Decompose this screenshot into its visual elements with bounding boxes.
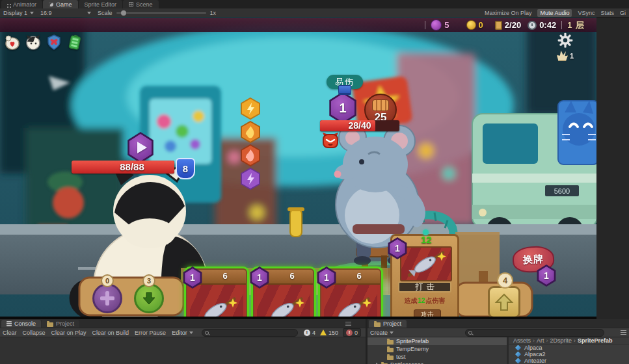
draw-pile-button[interactable] xyxy=(488,286,520,317)
editor-empty-area xyxy=(596,18,629,319)
gizmos-button[interactable]: Gizmos xyxy=(620,10,626,16)
console-tab-row: Console Project xyxy=(0,319,366,328)
asset-item-anteater[interactable]: Anteater xyxy=(509,358,629,364)
selected-card-type: 攻击 xyxy=(414,309,441,317)
cat-charm-icon[interactable] xyxy=(25,34,42,51)
clear-on-build-button[interactable]: Clear on Build xyxy=(92,330,129,336)
chevron-down-icon xyxy=(87,12,91,14)
mute-audio-button[interactable]: Mute Audio xyxy=(537,9,572,17)
options-icon[interactable] xyxy=(621,330,626,335)
breadcrumb-art[interactable]: Art xyxy=(533,337,544,344)
folder-icon xyxy=(387,348,394,352)
claw-count: 1 xyxy=(570,52,574,60)
shield-charm-icon[interactable] xyxy=(46,34,62,51)
prefab-icon xyxy=(515,345,521,351)
maximize-on-play-button[interactable]: Maximize On Play xyxy=(485,10,532,16)
vsync-button[interactable]: VSync xyxy=(578,10,595,16)
collapse-button[interactable]: Collapse xyxy=(23,330,46,336)
settings-gear-button[interactable] xyxy=(557,32,574,49)
player-block-badge: 8 xyxy=(176,158,195,179)
folder-icon xyxy=(387,340,394,344)
discard-pile-button[interactable] xyxy=(134,283,164,313)
game-viewport: 5600 xyxy=(0,18,596,317)
bottom-panels: Console Project Clear Collapse Clear on … xyxy=(0,319,629,364)
pane-menu-icon[interactable] xyxy=(345,322,351,326)
error-pause-button[interactable]: Error Pause xyxy=(135,330,166,336)
game-view-toolbar: Display 1 16:9 Scale 1x Maximize On Play… xyxy=(0,8,629,18)
hand-card-2[interactable]: 6 1 xyxy=(253,268,314,317)
tab-sprite-editor-label: Sprite Editor xyxy=(85,1,117,8)
deck-icon xyxy=(495,21,502,30)
tree-item-tempenemy[interactable]: TempEnemy xyxy=(368,345,507,353)
info-icon xyxy=(304,330,310,336)
tab-project-label: Project xyxy=(383,320,401,327)
chevron-down-icon xyxy=(30,12,34,14)
chevron-down-icon xyxy=(390,332,394,334)
tab-project[interactable]: Project xyxy=(369,320,407,328)
tab-game[interactable]: Game xyxy=(43,0,78,8)
console-search-input[interactable] xyxy=(202,329,298,337)
coin-count: 0 xyxy=(479,20,483,30)
asset-item-alpaca[interactable]: Alpaca xyxy=(509,344,629,351)
player-status: 88/88 8 xyxy=(70,132,200,187)
tree-item-test[interactable]: test xyxy=(368,353,507,361)
console-log-area[interactable] xyxy=(0,337,366,364)
tree-item-spriteprefab[interactable]: SpritePrefab xyxy=(368,337,507,345)
discard-count-badge: 3 xyxy=(142,274,155,287)
battery-charm-icon[interactable] xyxy=(66,34,83,51)
tree-item-battlescense[interactable]: Battlescense xyxy=(368,361,507,364)
enemy-hp-bar: 28/40 xyxy=(320,120,399,131)
clear-button[interactable]: Clear xyxy=(3,330,17,336)
tab-game-label: Game xyxy=(56,1,72,8)
card-hand: 6 1 6 1 6 1 xyxy=(186,268,381,317)
breadcrumb-2dsprite[interactable]: 2Dsprite xyxy=(546,337,572,344)
project-search-input[interactable] xyxy=(465,329,604,337)
slider-knob[interactable] xyxy=(121,10,126,16)
prefab-icon xyxy=(515,352,521,358)
tab-animator[interactable]: Animator xyxy=(1,0,42,8)
play-icon xyxy=(137,142,147,153)
tab-sprite-editor[interactable]: Sprite Editor xyxy=(79,0,123,8)
scale-slider[interactable] xyxy=(116,12,206,14)
breadcrumb-spriteprefab[interactable]: SpritePrefab xyxy=(574,337,613,344)
game-icon xyxy=(49,2,53,6)
tab-project-label: Project xyxy=(56,320,74,327)
floor-label: 1 层 xyxy=(567,20,585,31)
mouse-charm-icon[interactable] xyxy=(4,34,21,51)
deck-count: 2/20 xyxy=(505,20,521,30)
hand-card-3[interactable]: 6 1 xyxy=(320,268,381,317)
asset-item-alpaca2[interactable]: Alpaca2 xyxy=(509,351,629,358)
editor-dropdown-label: Editor xyxy=(172,330,187,336)
tab-console[interactable]: Console xyxy=(1,320,41,328)
folder-icon xyxy=(374,322,381,327)
hud-separator xyxy=(425,21,425,29)
block-book-icon xyxy=(338,85,351,94)
aspect-ratio-dropdown[interactable]: 16:9 xyxy=(40,10,91,16)
warning-icon xyxy=(320,330,327,335)
selected-card[interactable]: 1 12 打击 造成12点伤害 攻击 xyxy=(390,234,459,317)
van-plate: 5600 xyxy=(554,187,570,195)
chevron-down-icon xyxy=(189,332,193,334)
create-dropdown[interactable]: Create xyxy=(370,330,394,336)
display-dropdown[interactable]: Display 1 xyxy=(3,10,34,16)
clear-on-play-button[interactable]: Clear on Play xyxy=(51,330,87,336)
editor-dropdown[interactable]: Editor xyxy=(172,330,193,336)
project-file-list: Assets Art 2Dsprite SpritePrefab Alpaca … xyxy=(509,337,629,364)
console-toolbar: Clear Collapse Clear on Play Clear on Bu… xyxy=(0,328,366,337)
error-count[interactable]: 0 xyxy=(343,328,361,337)
player-turn-badge[interactable] xyxy=(126,132,155,163)
tab-scene[interactable]: Scene xyxy=(123,0,159,8)
gem-counter: 5 xyxy=(431,20,449,31)
hand-card-1[interactable]: 6 1 xyxy=(186,268,247,317)
clock-icon xyxy=(528,21,537,30)
info-count[interactable]: 4 xyxy=(304,330,315,336)
warning-count[interactable]: 150 xyxy=(320,330,338,336)
coin-icon xyxy=(466,20,476,30)
exhaust-pile-button[interactable] xyxy=(92,283,122,313)
breadcrumb-assets[interactable]: Assets xyxy=(513,337,531,344)
card-art xyxy=(324,285,377,317)
player-hp-text: 88/88 xyxy=(72,161,174,174)
stats-button[interactable]: Stats xyxy=(600,10,614,16)
timer: 0:42 xyxy=(528,20,556,30)
tab-project-left[interactable]: Project xyxy=(42,320,79,328)
